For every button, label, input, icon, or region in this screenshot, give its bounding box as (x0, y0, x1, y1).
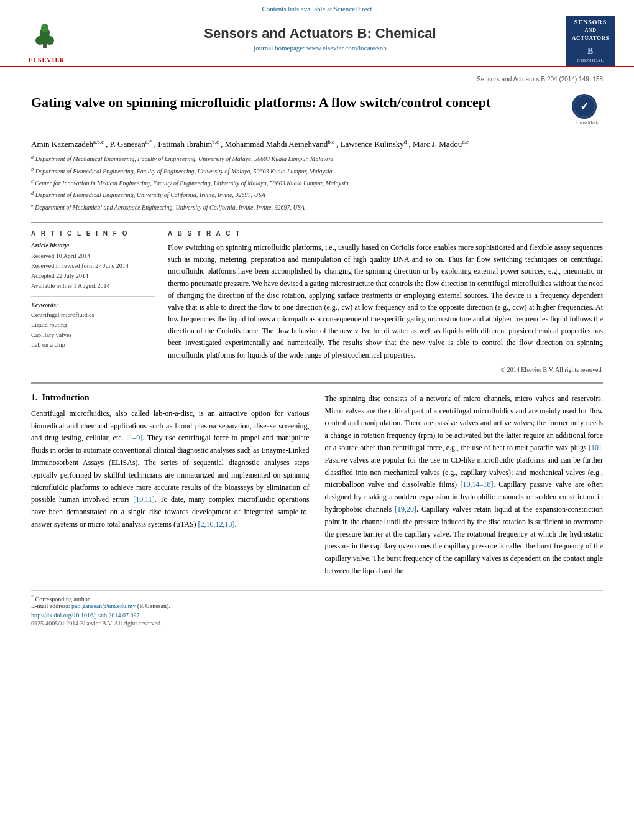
badge-b: B (587, 45, 594, 58)
authors-line: Amin Kazemzadeha,b,c , P. Ganesana,* , F… (31, 139, 603, 149)
keyword-2: Liquid routing (31, 320, 155, 330)
ref-10-14-18: [10,14–18] (461, 480, 494, 489)
journal-title-center: Sensors and Actuators B: Chemical journa… (75, 25, 566, 57)
footer-issn: 0925-4005/© 2014 Elsevier B.V. All right… (31, 620, 603, 627)
article-title: Gating valve on spinning microfluidic pl… (31, 94, 559, 112)
crossmark-icon: ✓ (572, 94, 597, 119)
affiliation-d: d Department of Biomedical Engineering, … (31, 189, 603, 200)
section1-title: Introduction (42, 393, 90, 402)
elsevier-text: ELSEVIER (29, 57, 65, 63)
body-col-right: The spinning disc consists of a network … (325, 393, 604, 578)
author2: , P. Ganesan (106, 139, 145, 149)
article-title-section: Gating valve on spinning microfluidic pl… (31, 94, 603, 132)
journal-header: Contents lists available at ScienceDirec… (0, 0, 634, 67)
affiliation-e: e Department of Mechanical and Aerospace… (31, 201, 603, 213)
article-info-label: A R T I C L E I N F O (31, 230, 155, 237)
ref-10b: [10] (589, 443, 601, 452)
author3: , Fatimah Ibrahim (154, 139, 213, 149)
badge-and: and (585, 27, 597, 34)
author4-sup: b,c (328, 139, 334, 145)
accepted-date: Accepted 22 July 2014 (31, 271, 155, 281)
author2-sup: a,* (145, 139, 152, 145)
abstract-label: A B S T R A C T (168, 230, 603, 237)
author4: , Mohammad Mahdi Aeinehvand (221, 139, 328, 149)
abstract-text: Flow switching on spinning microfluidic … (168, 242, 603, 361)
ref-1-9: [1–9] (126, 433, 142, 442)
svg-text:✓: ✓ (580, 100, 589, 113)
author1-sup: a,b,c (93, 139, 104, 145)
email-label: E-mail address: (31, 602, 70, 609)
keyword-3: Capillary valves (31, 330, 155, 340)
author5: , Lawrence Kulinsky (336, 139, 404, 149)
sensors-actuators-badge: SENSORS and ACTUATORS B Chemical (566, 16, 615, 66)
received-date: Received 10 April 2014 (31, 251, 155, 261)
footer-doi[interactable]: http://dx.doi.org/10.1016/j.snb.2014.07.… (31, 612, 603, 619)
section1-body-left: Centrifugal microfluidics, also called l… (31, 408, 310, 531)
homepage-url[interactable]: www.elsevier.com/locate/snb (306, 44, 387, 52)
affiliation-b: b Department of Biomedical Engineering, … (31, 165, 603, 177)
history-label: Article history: (31, 242, 155, 249)
section1-body-right: The spinning disc consists of a network … (325, 393, 604, 578)
crossmark-svg: ✓ (573, 95, 595, 118)
author6-sup: d,e (462, 139, 469, 145)
article-container: Sensors and Actuators B 204 (2014) 149–1… (0, 67, 634, 633)
sciencedirect-link[interactable]: ScienceDirect (334, 5, 372, 12)
elsevier-logo: ELSEVIER (19, 19, 75, 63)
badge-chemical: Chemical (577, 58, 604, 64)
contents-bar: Contents lists available at ScienceDirec… (19, 5, 615, 12)
email-address[interactable]: pao.ganesan@um.edu.my (71, 602, 136, 609)
revised-date: Received in revised form 27 June 2014 (31, 261, 155, 271)
article-footer: * Corresponding author. E-mail address: … (31, 590, 603, 627)
affiliation-a: a Department of Mechanical Engineering, … (31, 153, 603, 164)
crossmark-label: CrossMark (572, 120, 603, 126)
doi-bar: Sensors and Actuators B 204 (2014) 149–1… (31, 73, 603, 88)
body-col-left: 1. Introduction Centrifugal microfluidic… (31, 393, 310, 578)
keyword-1: Centrifugal microfluidics (31, 310, 155, 320)
footer-corresponding: * Corresponding author. (31, 594, 603, 602)
crossmark-badge: ✓ CrossMark (572, 94, 603, 126)
journal-homepage: journal homepage: www.elsevier.com/locat… (75, 44, 566, 52)
author1: Amin Kazemzadeh (31, 139, 93, 149)
available-date: Available online 1 August 2014 (31, 281, 155, 291)
ref-2-10-12-13: [2,10,12,13] (198, 520, 235, 528)
author6: , Marc J. Madou (409, 139, 462, 149)
affiliation-c: c Center for Innovation in Medical Engin… (31, 177, 603, 188)
footnote-sym: * (31, 594, 34, 600)
elsevier-tree-icon (26, 22, 63, 50)
email-name: (P. Ganesan). (137, 602, 170, 609)
keywords-label: Keywords: (31, 302, 155, 308)
affiliations: a Department of Mechanical Engineering, … (31, 153, 603, 213)
abstract-copyright: © 2014 Elsevier B.V. All rights reserved… (168, 366, 603, 373)
abstract-col: A B S T R A C T Flow switching on spinni… (168, 230, 603, 373)
homepage-text: journal homepage: (254, 44, 305, 52)
footer-email: E-mail address: pao.ganesan@um.edu.my (P… (31, 602, 603, 609)
section1-num: 1. (31, 393, 38, 402)
ref-10-11: [10,11] (133, 495, 155, 504)
ref-19-20: [19,20] (395, 505, 416, 514)
section1-heading: 1. Introduction (31, 393, 310, 403)
article-body: 1. Introduction Centrifugal microfluidic… (31, 382, 603, 578)
article-info-abstract-section: A R T I C L E I N F O Article history: R… (31, 222, 603, 373)
author5-sup: d (404, 139, 407, 145)
info-divider (31, 296, 155, 297)
article-info-col: A R T I C L E I N F O Article history: R… (31, 230, 155, 373)
author3-sup: b,c (212, 139, 219, 145)
body-two-col: 1. Introduction Centrifugal microfluidic… (31, 393, 603, 578)
contents-text: Contents lists available at (262, 5, 332, 12)
badge-actuators: ACTUATORS (572, 34, 609, 42)
footnote-text: Corresponding author. (35, 596, 91, 602)
keyword-4: Lab on a chip (31, 340, 155, 350)
journal-title: Sensors and Actuators B: Chemical (75, 25, 566, 42)
badge-sensors: SENSORS (574, 18, 607, 27)
svg-point-5 (41, 24, 48, 32)
